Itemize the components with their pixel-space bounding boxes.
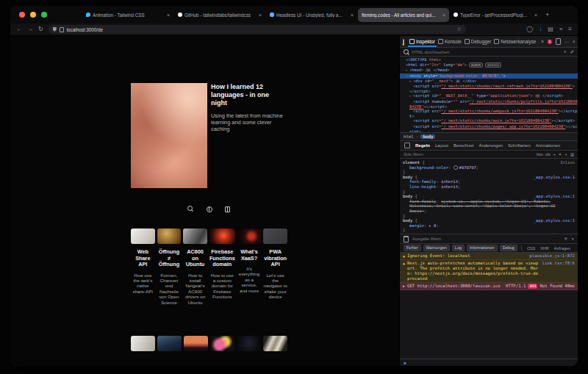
devtools-close-icon[interactable]: × <box>573 39 576 44</box>
article-card[interactable]: Firebase Functions domainHow to use a cu… <box>209 229 235 305</box>
sidebar-tab-layout[interactable]: Layout <box>435 143 448 148</box>
new-tab-button[interactable]: + <box>545 11 549 18</box>
markup-line[interactable]: <html dir="ltr" lang="de">eventscroll <box>400 62 578 68</box>
rule-source-link[interactable]: Inline <box>560 160 575 165</box>
eyedropper-icon[interactable]: ✐ <box>570 49 574 55</box>
rule-source-link[interactable]: _app.styles.css:1 <box>534 175 575 180</box>
console-filter-xhr[interactable]: XHR <box>539 246 551 251</box>
article-thumbnail[interactable] <box>183 229 207 244</box>
print-media-icon[interactable]: ▥ <box>570 152 574 157</box>
scroll-badge[interactable]: scroll <box>485 62 501 68</box>
responsive-design-icon[interactable] <box>556 38 561 45</box>
article-thumbnail[interactable] <box>157 336 182 351</box>
rule-source-link[interactable]: _app.styles.css:1 <box>534 218 575 223</box>
browser-tab[interactable]: Animation - Tailwind CSS× <box>82 8 173 22</box>
article-thumbnail[interactable] <box>263 229 287 244</box>
console-filter-informationen[interactable]: Informationen <box>467 245 498 251</box>
markup-line[interactable]: ▸<head> ⋯ </head> <box>400 68 578 73</box>
browser-tab[interactable]: fleming.codes - All articles and gui...× <box>358 8 449 22</box>
markup-line[interactable]: <script src="/_next/static/chunks/react-… <box>400 84 578 93</box>
html-search-input[interactable]: HTML durchsuchen <box>412 50 449 54</box>
forward-icon[interactable]: → <box>27 26 33 32</box>
console-filter-anfragen[interactable]: Anfragen <box>553 246 572 251</box>
close-window-button[interactable] <box>19 12 25 18</box>
article-thumbnail[interactable] <box>237 229 262 244</box>
css-declaration[interactable]: margin: ▸ 0; <box>403 223 575 229</box>
browser-tab[interactable]: TypeError - getProcessedPlugi...× <box>450 8 541 22</box>
article-card[interactable]: Öffnung ≠ ÖffnungFormen, Chancen und Nac… <box>157 229 182 305</box>
devtools-tab-netzwerkanalyse[interactable]: Netzwerkanalyse <box>492 36 537 47</box>
console-filter-fehler[interactable]: Fehler <box>404 245 421 251</box>
article-card[interactable]: PWA vibration APILet's use the navigator… <box>263 229 287 305</box>
article-thumbnail[interactable] <box>131 336 155 351</box>
article-thumbnail[interactable] <box>184 336 208 351</box>
markup-line[interactable]: ▸<div id="__next"> ⋯ </div> <box>400 79 578 84</box>
sidebar-toggle-icon[interactable] <box>404 143 410 148</box>
back-icon[interactable]: ← <box>16 26 22 32</box>
styles-filter-input[interactable]: Stile filtern <box>404 152 423 157</box>
error-count-badge[interactable]: 1 <box>548 40 552 44</box>
article-thumbnail[interactable] <box>157 229 182 244</box>
shield-icon[interactable] <box>53 27 57 32</box>
color-swatch[interactable] <box>453 165 458 170</box>
css-declaration[interactable]: line-height: inherit; <box>403 184 575 190</box>
zoom-window-button[interactable] <box>41 12 47 18</box>
reload-icon[interactable]: ↻ <box>38 26 43 32</box>
rule-selector[interactable]: body <box>403 194 412 199</box>
markup-line[interactable]: <script src="/_next/static/chunks/main.j… <box>400 118 578 123</box>
breadcrumb-item[interactable]: body <box>420 134 435 139</box>
tab-close-icon[interactable]: × <box>351 12 354 18</box>
sidebar-tab-änderungen[interactable]: Änderungen <box>478 143 503 148</box>
article-thumbnail[interactable] <box>237 336 261 351</box>
article-thumbnail[interactable] <box>131 229 155 244</box>
css-declaration[interactable]: font-family: inherit; <box>403 179 575 184</box>
overflow-chevron-icon[interactable]: » <box>559 26 562 32</box>
search-icon[interactable] <box>187 206 193 212</box>
sidebar-tab-animationen[interactable]: Animationen <box>536 143 560 148</box>
expand-arrow-icon[interactable]: ▶ <box>403 284 405 289</box>
markup-line[interactable]: <script nomodule="" src="/_next/static/c… <box>400 99 578 109</box>
sidebar-tab-schriftarten[interactable]: Schriftarten <box>508 143 531 148</box>
event-badge[interactable]: event <box>469 62 483 68</box>
article-card[interactable]: Web Share APIHow use the web's native sh… <box>131 229 155 305</box>
console-filter-input[interactable]: Ausgabe filtern <box>412 237 561 241</box>
downloads-icon[interactable]: ↓ <box>539 26 542 32</box>
add-rule-icon[interactable]: + <box>553 152 556 157</box>
message-source-link[interactable]: link.tsx:78:6 <box>542 261 575 266</box>
hero-image[interactable] <box>131 83 207 188</box>
console-warning[interactable]: ▲Ignoring Event: localhostplausible.js:1… <box>400 253 578 260</box>
tab-close-icon[interactable]: × <box>259 12 262 18</box>
tab-close-icon[interactable]: × <box>442 12 445 18</box>
article-thumbnail[interactable] <box>209 229 235 244</box>
markup-line[interactable]: <script src="/_next/static/chunks/pages/… <box>400 124 578 132</box>
extension-icon[interactable]: ◯ <box>526 26 533 32</box>
browser-tab[interactable]: GitHub - tailwindlabs/tailwindcss× <box>174 8 265 22</box>
tab-close-icon[interactable]: × <box>534 12 537 18</box>
globe-icon[interactable] <box>206 206 212 212</box>
devtools-tab-debugger[interactable]: Debugger <box>463 36 493 47</box>
devtools-tab-konsole[interactable]: Konsole <box>437 36 463 47</box>
bookmark-star-icon[interactable]: ☆ <box>456 26 461 32</box>
console-filter-log[interactable]: Log <box>452 245 465 251</box>
more-panels-chevron-icon[interactable]: » <box>541 39 544 44</box>
hero-article[interactable]: How I learned 12 languages - in one nigh… <box>131 83 288 188</box>
url-bar[interactable]: localhost:3000/de ☆ <box>49 25 466 34</box>
css-declaration[interactable]: font-family: system-ui, -apple-system, '… <box>403 199 575 214</box>
rule-selector[interactable]: element <box>403 160 420 165</box>
console-warning[interactable]: ▲Next.js auto-prefetches automatically b… <box>400 260 578 283</box>
dark-scheme-icon[interactable]: ◐ <box>565 152 567 157</box>
article-card[interactable]: AC600 on UbuntuHow to install Netgear's … <box>183 229 207 305</box>
add-node-icon[interactable]: + <box>564 49 567 55</box>
browser-tab[interactable]: Headless UI - Unstyled, fully a...× <box>266 8 357 22</box>
library-icon[interactable]: ▤ <box>548 26 553 32</box>
light-scheme-icon[interactable]: ☀ <box>559 152 562 157</box>
console-filter-warnungen[interactable]: Warnungen <box>423 245 450 251</box>
pick-element-icon[interactable] <box>403 39 404 45</box>
rule-source-link[interactable]: _app.styles.css:1 <box>534 194 575 199</box>
sidebar-tab-regeln[interactable]: Regeln <box>415 143 430 148</box>
console-settings-icon[interactable]: ✳ <box>564 237 568 241</box>
console-close-icon[interactable]: × <box>572 237 574 241</box>
tab-close-icon[interactable]: × <box>167 12 170 18</box>
pseudo-class-toggles[interactable]: :hov .cls <box>536 152 551 157</box>
site-info-icon[interactable] <box>60 27 64 32</box>
